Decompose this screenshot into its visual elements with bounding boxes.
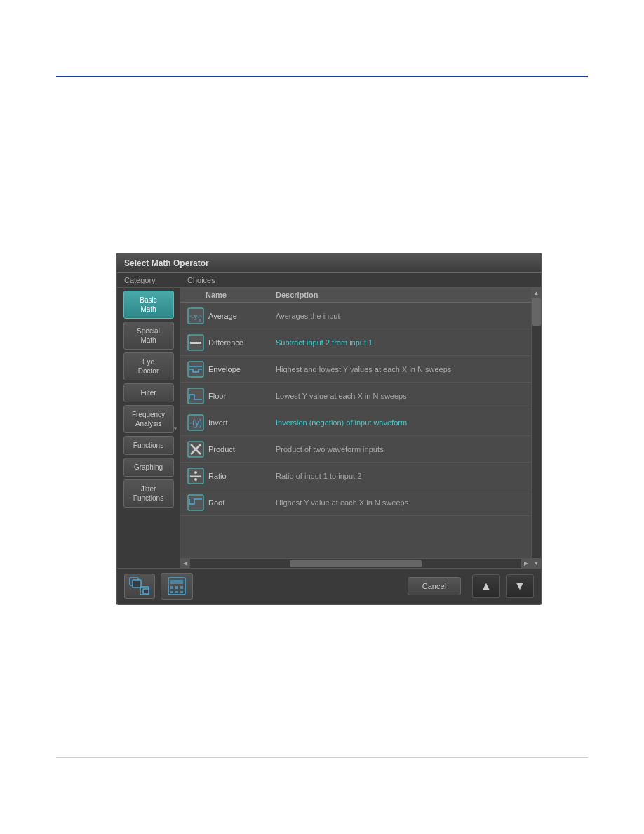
ratio-icon	[186, 466, 206, 486]
envelope-icon	[186, 359, 206, 379]
h-scroll-right[interactable]: ▶	[521, 559, 531, 569]
envelope-name: Envelope	[206, 365, 276, 373]
category-btn-jitter-functions[interactable]: JitterFunctions	[123, 479, 174, 508]
svg-rect-6	[188, 388, 203, 404]
select-math-operator-dialog: Select Math Operator Category Choices Ba…	[116, 253, 542, 605]
choice-row-ratio[interactable]: Ratio Ratio of input 1 to input 2	[180, 463, 531, 489]
svg-rect-20	[143, 589, 149, 594]
svg-rect-23	[170, 586, 173, 589]
copy-button[interactable]	[124, 574, 155, 599]
vertical-scrollbar[interactable]: ▲ ▼	[531, 288, 541, 568]
category-btn-special-math[interactable]: SpecialMath	[123, 322, 174, 350]
h-scroll-track[interactable]	[190, 559, 521, 569]
category-btn-eye-doctor[interactable]: EyeDoctor	[123, 352, 174, 380]
average-desc: Averages the input	[276, 312, 525, 320]
dialog-footer: Cancel ▲ ▼	[117, 568, 541, 604]
category-btn-graphing[interactable]: Graphing	[123, 458, 174, 477]
choice-row-difference[interactable]: Difference Subtract input 2 from input 1	[180, 329, 531, 356]
category-btn-functions[interactable]: Functions	[123, 436, 174, 455]
floor-icon	[186, 386, 206, 406]
category-btn-frequency-analysis[interactable]: FrequencyAnalysis	[123, 405, 174, 433]
choices-panel: Name Description <y> n	[180, 288, 531, 568]
nav-down-button[interactable]: ▼	[506, 574, 534, 598]
dialog-titlebar: Select Math Operator	[117, 254, 541, 273]
svg-rect-4	[190, 342, 201, 344]
v-scroll-up[interactable]: ▲	[532, 288, 542, 298]
choice-row-average[interactable]: <y> n Average Averages the input	[180, 303, 531, 329]
difference-desc: Subtract input 2 from input 1	[276, 338, 525, 347]
svg-text:-(y): -(y)	[189, 418, 202, 428]
h-scroll-left[interactable]: ◀	[180, 559, 190, 569]
choice-row-envelope[interactable]: Envelope Highest and lowest Y values at …	[180, 356, 531, 383]
category-panel: BasicMath SpecialMath EyeDoctor Filter F…	[117, 288, 180, 568]
ratio-desc: Ratio of input 1 to input 2	[276, 472, 525, 480]
column-headers: Category Choices	[117, 273, 541, 288]
difference-icon	[186, 333, 206, 352]
top-rule	[56, 76, 588, 77]
choice-row-product[interactable]: Product Product of two waveform inputs	[180, 436, 531, 463]
nav-up-button[interactable]: ▲	[472, 574, 500, 598]
desc-col-header: Description	[276, 291, 525, 299]
calculator-button[interactable]	[161, 573, 193, 600]
svg-point-13	[194, 471, 197, 474]
difference-name: Difference	[206, 338, 276, 347]
choices-col-header: Choices	[180, 276, 541, 284]
category-btn-filter[interactable]: Filter	[123, 383, 174, 402]
choices-scroll-area[interactable]: <y> n Average Averages the input	[180, 303, 531, 558]
v-scroll-thumb	[532, 298, 541, 326]
invert-desc: Inversion (negation) of input waveform	[276, 418, 525, 427]
choice-row-floor[interactable]: Floor Lowest Y value at each X in N swee…	[180, 383, 531, 409]
invert-name: Invert	[206, 418, 276, 427]
dialog-body: BasicMath SpecialMath EyeDoctor Filter F…	[117, 288, 541, 604]
svg-rect-28	[180, 591, 183, 593]
roof-icon	[186, 493, 206, 512]
svg-rect-16	[188, 495, 203, 510]
svg-rect-24	[175, 586, 178, 589]
svg-rect-22	[170, 580, 183, 584]
product-name: Product	[206, 445, 276, 454]
roof-desc: Highest Y value at each X in N sweeps	[276, 498, 525, 507]
svg-text:n: n	[199, 317, 201, 323]
bottom-rule	[56, 757, 588, 758]
category-scroll-indicator: ▼	[173, 425, 178, 431]
horizontal-scrollbar[interactable]: ◀ ▶	[180, 558, 531, 568]
ratio-name: Ratio	[206, 472, 276, 480]
average-name: Average	[206, 312, 276, 320]
floor-name: Floor	[206, 392, 276, 400]
svg-rect-18	[133, 580, 141, 588]
roof-name: Roof	[206, 498, 276, 507]
svg-point-15	[194, 478, 197, 481]
dialog-title: Select Math Operator	[124, 258, 209, 268]
choice-row-roof[interactable]: Roof Highest Y value at each X in N swee…	[180, 489, 531, 516]
choices-header: Name Description	[180, 288, 531, 303]
category-btn-basic-math[interactable]: BasicMath	[123, 291, 174, 319]
envelope-desc: Highest and lowest Y values at each X in…	[276, 365, 525, 373]
average-icon: <y> n	[186, 306, 206, 326]
category-col-header: Category	[117, 276, 180, 284]
dialog-columns: BasicMath SpecialMath EyeDoctor Filter F…	[117, 288, 541, 568]
h-scroll-thumb	[290, 560, 422, 567]
v-scroll-track[interactable]	[532, 298, 542, 558]
v-scroll-down[interactable]: ▼	[532, 558, 542, 568]
name-col-header: Name	[206, 291, 276, 299]
invert-icon: -(y)	[186, 413, 206, 432]
choice-row-invert[interactable]: -(y) Invert Inversion (negation) of inpu…	[180, 409, 531, 436]
svg-rect-14	[190, 475, 201, 477]
product-icon	[186, 439, 206, 459]
cancel-button[interactable]: Cancel	[408, 577, 461, 595]
svg-rect-25	[180, 586, 183, 589]
floor-desc: Lowest Y value at each X in N sweeps	[276, 392, 525, 400]
svg-rect-26	[170, 591, 173, 593]
svg-rect-27	[175, 591, 178, 593]
product-desc: Product of two waveform inputs	[276, 445, 525, 454]
